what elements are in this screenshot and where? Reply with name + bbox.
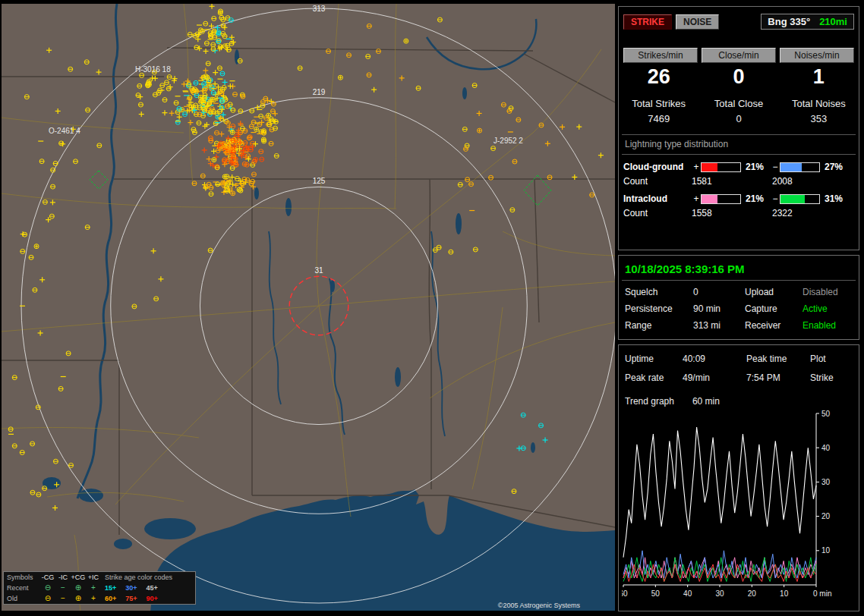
noise-toggle-button[interactable]: NOISE — [676, 14, 719, 30]
control-panel: STRIKE NOISE Bng 335° 210mi Strikes/min … — [616, 4, 862, 612]
state-borders-layer — [2, 48, 615, 535]
squelch-value: 0 — [693, 287, 745, 297]
svg-text:31: 31 — [314, 266, 323, 275]
total-strikes-label: Total Strikes — [619, 98, 698, 109]
divider — [622, 134, 856, 135]
peak-rate-label: Peak rate — [625, 372, 683, 383]
strikes-per-min-value: 26 — [619, 65, 698, 89]
datetime-display: 10/18/2025 8:39:16 PM — [625, 262, 853, 275]
uptime-row: Uptime 40:09 Peak time Plot — [625, 354, 853, 364]
legend-old-label: Old — [7, 594, 40, 603]
plus-icon: + — [86, 583, 101, 592]
svg-text:10: 10 — [780, 589, 789, 598]
total-noises-value: 353 — [779, 113, 859, 124]
ic-plus-bar — [701, 194, 741, 204]
lightning-map[interactable]: 31321912531H-3016 18O-2461 4J-2952 2 Sym… — [2, 4, 615, 611]
trend-chart: 50403020106050403020100 min — [622, 410, 850, 603]
cg-minus-pct: 27% — [822, 162, 850, 172]
svg-text:30: 30 — [715, 589, 724, 598]
copyright: ©2005 Astrogenic Systems — [498, 602, 580, 609]
trend-window-value: 60 min — [692, 396, 720, 407]
peak-time-label: Peak time — [746, 354, 810, 364]
stats-box: STRIKE NOISE Bng 335° 210mi Strikes/min … — [618, 6, 859, 250]
svg-text:40: 40 — [683, 589, 692, 598]
cg-minus-count: 2008 — [772, 176, 854, 187]
ic-plus-pct: 21% — [743, 193, 771, 204]
bearing-range: 210mi — [819, 16, 847, 27]
total-strikes-value: 7469 — [619, 113, 698, 124]
status-row: Persistence 90 min Capture Active — [625, 303, 853, 314]
svg-text:10: 10 — [821, 546, 831, 555]
cloud-ground-label: Cloud-ground — [623, 162, 692, 172]
map-canvas: 31321912531H-3016 18O-2461 4J-2952 2 — [2, 4, 615, 611]
detector-diamond-icon — [524, 175, 551, 206]
close-per-min-value: 0 — [698, 65, 778, 89]
distribution-title: Lightning type distribution — [625, 139, 853, 149]
svg-text:219: 219 — [313, 88, 326, 96]
age-code-90+: 90+ — [147, 594, 158, 603]
close-per-min-button[interactable]: Close/min — [702, 48, 776, 63]
plus-icon: + — [692, 193, 701, 204]
trend-header: Trend graph 60 min — [625, 396, 853, 407]
range-value: 313 mi — [693, 320, 745, 331]
age-codes-old: 60+75+90+ — [101, 594, 192, 603]
svg-text:0 min: 0 min — [813, 589, 831, 598]
ic-count-label: Count — [623, 208, 692, 218]
lightning-strikes-layer — [8, 4, 604, 511]
noises-per-min-value: 1 — [779, 65, 859, 89]
legend-header-row: Symbols -CG -IC +CG +IC Strike age color… — [4, 572, 195, 583]
svg-text:20: 20 — [748, 589, 757, 598]
svg-text:H-3016 18: H-3016 18 — [135, 65, 171, 74]
svg-text:50: 50 — [821, 410, 831, 418]
peak-time-value: 7:54 PM — [746, 372, 810, 383]
legend-age-title: Strike age color codes — [101, 573, 192, 582]
minus-icon: − — [55, 594, 71, 603]
age-code-60+: 60+ — [105, 594, 116, 603]
peak-rate-row: Peak rate 49/min 7:54 PM Strike — [625, 372, 853, 383]
minus-icon: − — [55, 583, 71, 592]
legend-col-ncg: -CG — [40, 573, 55, 582]
upload-value: Disabled — [803, 287, 853, 297]
range-label: Range — [625, 320, 693, 331]
plot-mode-value: Strike — [810, 372, 853, 383]
cg-plus-count: 1581 — [692, 176, 772, 187]
persistence-label: Persistence — [625, 303, 693, 314]
cloud-ground-row: Cloud-ground + 21% − 27% — [623, 162, 854, 172]
svg-text:30: 30 — [821, 478, 831, 486]
age-code-30+: 30+ — [125, 583, 137, 592]
minus-icon: − — [771, 162, 780, 172]
age-codes-recent: 15+30+45+ — [101, 583, 192, 592]
detector-diamond-icon — [90, 171, 108, 189]
divider — [622, 154, 856, 155]
ic-plus-count: 1558 — [692, 208, 772, 218]
legend-recent-label: Recent — [7, 583, 40, 592]
total-noises-label: Total Noises — [779, 98, 859, 109]
ic-minus-bar — [780, 194, 820, 204]
peak-rate-value: 49/min — [683, 372, 746, 383]
circle-minus-icon: ⊖ — [40, 583, 55, 592]
svg-text:J-2952 2: J-2952 2 — [493, 137, 523, 145]
bearing-value: Bng 335° — [768, 16, 810, 27]
noises-per-min-button[interactable]: Noises/min — [780, 48, 854, 63]
legend-recent-row: Recent ⊖ − ⊕ + 15+30+45+ — [4, 583, 195, 593]
intracloud-row: Intracloud + 21% − 31% — [623, 193, 854, 204]
status-box: 10/18/2025 8:39:16 PM Squelch 0 Upload D… — [618, 255, 859, 340]
status-row: Range 313 mi Receiver Enabled — [625, 320, 853, 331]
svg-text:313: 313 — [313, 5, 326, 13]
legend-old-row: Old ⊖ − ⊕ + 60+75+90+ — [4, 593, 195, 604]
total-close-label: Total Close — [698, 98, 778, 109]
strike-toggle-button[interactable]: STRIKE — [623, 14, 672, 30]
strikes-per-min-button[interactable]: Strikes/min — [623, 48, 698, 63]
cg-plus-bar — [701, 162, 741, 172]
svg-text:50: 50 — [651, 589, 661, 598]
age-code-15+: 15+ — [105, 583, 116, 592]
age-code-75+: 75+ — [125, 594, 137, 603]
persistence-value: 90 min — [693, 303, 745, 314]
trend-box: Uptime 40:09 Peak time Plot Peak rate 49… — [618, 344, 859, 611]
svg-text:125: 125 — [313, 177, 326, 185]
cg-minus-bar — [780, 162, 820, 172]
bearing-display: Bng 335° 210mi — [761, 14, 854, 30]
capture-label: Capture — [745, 303, 803, 314]
cg-count-row: Count 1581 2008 — [623, 176, 854, 187]
legend-col-pcg: +CG — [71, 573, 86, 582]
